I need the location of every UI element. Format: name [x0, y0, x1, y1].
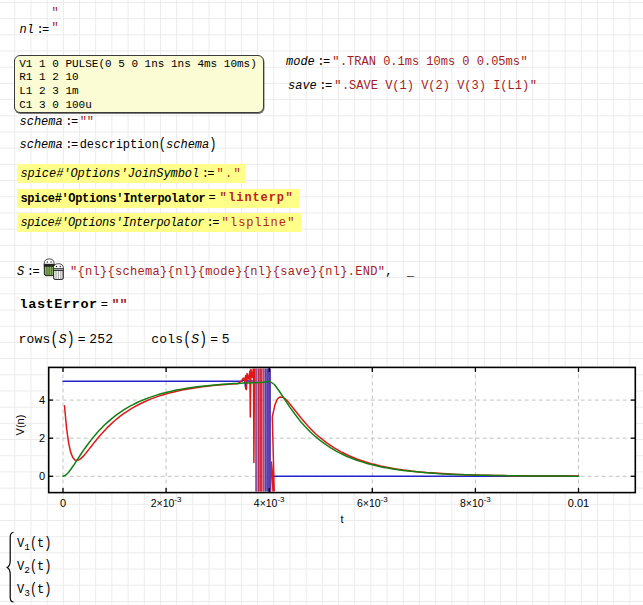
svg-text:2×10-3: 2×10-3 — [151, 495, 182, 509]
svg-text:8×10-3: 8×10-3 — [460, 495, 491, 509]
svg-text:4: 4 — [39, 394, 45, 406]
svg-text:0.01: 0.01 — [568, 497, 589, 509]
svg-text:0: 0 — [39, 470, 45, 482]
svg-text:6×10-3: 6×10-3 — [357, 495, 388, 509]
svg-text:t: t — [340, 513, 343, 525]
svg-text:2: 2 — [39, 432, 45, 444]
svg-text:V(n): V(n) — [14, 415, 26, 436]
svg-text:0: 0 — [60, 497, 66, 509]
svg-text:4×10-3: 4×10-3 — [254, 495, 285, 509]
